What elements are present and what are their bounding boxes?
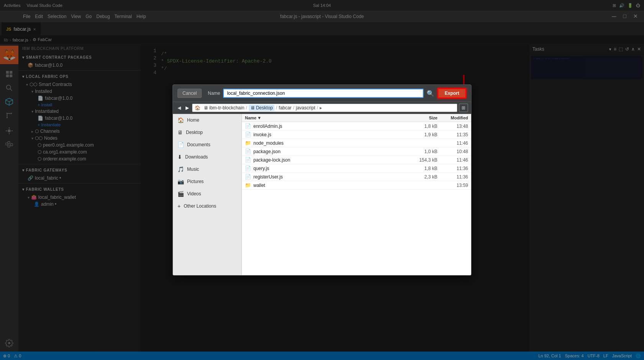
breadcrumb-javascript[interactable]: javascript <box>296 105 315 111</box>
search-dialog-button[interactable]: 🔍 <box>427 90 434 97</box>
home-icon: 🏠 <box>177 117 184 123</box>
file-icon: 📄 <box>245 123 251 129</box>
file-row[interactable]: 📄 enrollAdmin.js 1,8 kB 13:48 <box>242 122 471 130</box>
documents-icon: 📄 <box>177 142 184 148</box>
desktop-icon: 🖥 <box>177 129 183 135</box>
file-row[interactable]: 📁 wallet 13:59 <box>242 181 471 190</box>
file-row[interactable]: 📁 node_modules 11:46 <box>242 139 471 147</box>
breadcrumb-ibm-tr[interactable]: 🖥 ibm-tr-blockchain <box>204 105 244 111</box>
sort-arrow: ▼ <box>257 116 261 120</box>
filename-input[interactable] <box>223 89 424 98</box>
folder-icon: 📁 <box>245 140 251 146</box>
dlg-other-locations[interactable]: + Other Locations <box>173 200 242 212</box>
videos-icon: 🎬 <box>177 191 184 197</box>
breadcrumb-path: 🏠 🖥 ibm-tr-blockchain / 🖥 Desktop / fabc… <box>192 104 457 112</box>
file-icon: 📄 <box>245 149 251 154</box>
downloads-icon: ⬇ <box>177 154 182 160</box>
dlg-home[interactable]: 🏠 Home <box>173 114 242 126</box>
file-row[interactable]: 📄 registerUser.js 2,3 kB 11:36 <box>242 173 471 181</box>
dlg-music[interactable]: 🎵 Music <box>173 163 242 175</box>
breadcrumb-home-icon: 🏠 <box>195 105 200 111</box>
breadcrumb-more-btn[interactable]: ▸ <box>320 105 322 111</box>
dlg-pictures[interactable]: 📷 Pictures <box>173 175 242 188</box>
file-row[interactable]: 📄 invoke.js 1,9 kB 11:35 <box>242 130 471 139</box>
music-icon: 🎵 <box>177 166 184 172</box>
breadcrumb-desktop[interactable]: 🖥 Desktop <box>249 105 274 111</box>
other-locations-icon: + <box>177 203 181 209</box>
file-icon: 📄 <box>245 157 251 163</box>
file-icon: 📄 <box>245 174 251 180</box>
dialog-toolbar: Cancel Name 🔍 Export <box>173 85 471 102</box>
cancel-button[interactable]: Cancel <box>177 89 202 98</box>
folder-icon: 📁 <box>245 182 251 188</box>
dialog-sidebar: 🏠 Home 🖥 Desktop 📄 Documents ⬇ Downloads… <box>173 114 242 275</box>
back-nav-button[interactable]: ◀ <box>176 104 182 111</box>
dlg-desktop[interactable]: 🖥 Desktop <box>173 126 242 139</box>
dialog-files: Name ▼ Size Modified 📄 enrollAdmin.js 1,… <box>242 114 471 275</box>
file-row[interactable]: 📄 query.js 1,8 kB 11:36 <box>242 164 471 173</box>
file-list-header: Name ▼ Size Modified <box>242 114 471 122</box>
name-label: Name <box>208 91 220 96</box>
export-button[interactable]: Export <box>437 88 467 99</box>
breadcrumb-fabcar[interactable]: fabcar <box>279 105 291 111</box>
dialog-body: 🏠 Home 🖥 Desktop 📄 Documents ⬇ Downloads… <box>173 114 471 275</box>
file-icon: 📄 <box>245 165 251 171</box>
forward-nav-button[interactable]: ▶ <box>184 104 191 111</box>
dlg-downloads[interactable]: ⬇ Downloads <box>173 151 242 163</box>
col-header-size[interactable]: Size <box>407 116 437 120</box>
new-folder-button[interactable]: ⊞ <box>459 104 468 112</box>
col-header-modified[interactable]: Modified <box>437 116 468 120</box>
pictures-icon: 📷 <box>177 178 184 185</box>
dlg-videos[interactable]: 🎬 Videos <box>173 188 242 200</box>
file-icon: 📄 <box>245 132 251 137</box>
dialog-breadcrumb-nav: ◀ ▶ 🏠 🖥 ibm-tr-blockchain / 🖥 Desktop / … <box>173 102 471 114</box>
dlg-documents[interactable]: 📄 Documents <box>173 139 242 151</box>
file-dialog: Cancel Name 🔍 Export ◀ ▶ 🏠 🖥 ibm-tr-bloc… <box>172 84 472 276</box>
col-header-name[interactable]: Name ▼ <box>245 116 407 120</box>
file-row[interactable]: 📄 package-lock.json 154,3 kB 11:46 <box>242 156 471 164</box>
file-row[interactable]: 📄 package.json 1,0 kB 10:48 <box>242 147 471 156</box>
file-dialog-overlay: Cancel Name 🔍 Export ◀ ▶ 🏠 🖥 ibm-tr-bloc… <box>0 0 644 360</box>
